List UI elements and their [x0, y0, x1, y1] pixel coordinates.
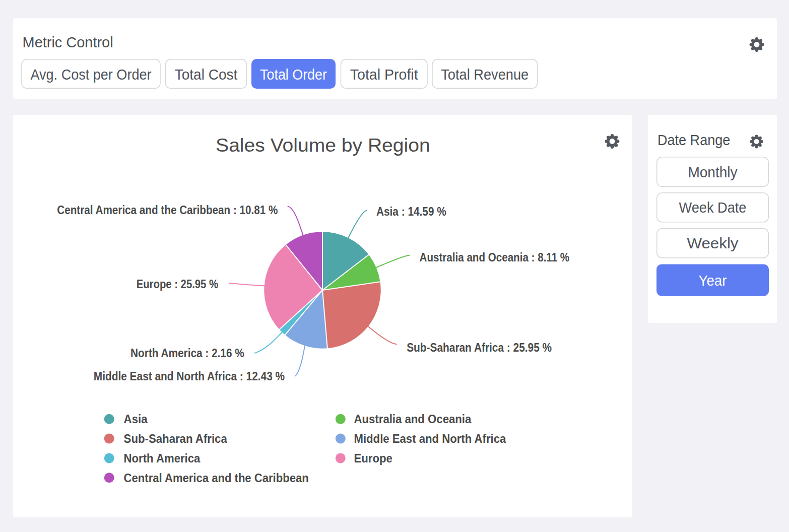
svg-text:Middle East and North Africa: Middle East and North Africa [354, 432, 506, 445]
svg-text:Total Order: Total Order [260, 66, 327, 83]
svg-text:Year: Year [699, 272, 727, 289]
svg-text:North America: North America [124, 451, 201, 465]
svg-text:Avg. Cost per Order: Avg. Cost per Order [31, 66, 152, 83]
svg-text:Middle East and North Africa :: Middle East and North Africa : 12.43 % [94, 369, 285, 383]
svg-text:Week Date: Week Date [679, 199, 747, 216]
svg-text:Weekly: Weekly [687, 235, 739, 251]
svg-text:Central America and the Caribb: Central America and the Caribbean [124, 471, 309, 485]
svg-text:Europe : 25.95 %: Europe : 25.95 % [137, 277, 218, 291]
svg-text:Asia: Asia [124, 412, 148, 426]
svg-text:Europe: Europe [354, 451, 392, 465]
svg-text:Australia and Oceania : 8.11 %: Australia and Oceania : 8.11 % [420, 250, 570, 264]
svg-text:Sub-Saharan Africa: Sub-Saharan Africa [124, 432, 228, 445]
svg-text:Sales Volume by Region: Sales Volume by Region [216, 135, 430, 156]
svg-text:Asia : 14.59 %: Asia : 14.59 % [376, 205, 446, 218]
svg-text:Date Range: Date Range [658, 131, 730, 148]
svg-text:Monthly: Monthly [688, 164, 737, 180]
svg-text:Total Profit: Total Profit [350, 66, 418, 83]
svg-text:Metric Control: Metric Control [23, 34, 113, 50]
svg-text:Total Revenue: Total Revenue [441, 66, 529, 83]
svg-text:Total Cost: Total Cost [175, 66, 238, 83]
svg-text:Sub-Saharan Africa : 25.95 %: Sub-Saharan Africa : 25.95 % [407, 341, 552, 354]
svg-text:Australia and Oceania: Australia and Oceania [354, 412, 472, 426]
svg-text:North America : 2.16 %: North America : 2.16 % [130, 346, 244, 360]
svg-text:Central America and the Caribb: Central America and the Caribbean : 10.8… [57, 203, 278, 217]
